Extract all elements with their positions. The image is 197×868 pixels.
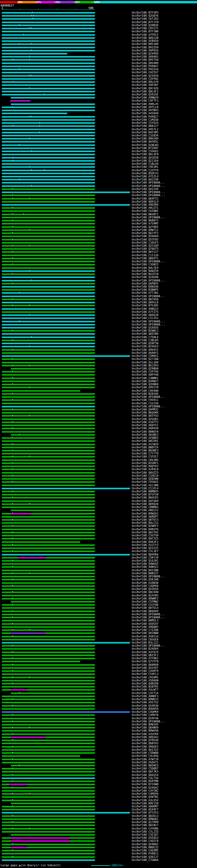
alignment-row[interactable]: UniRef100_P93316 bbox=[0, 68, 197, 71]
alignment-row[interactable]: UniRef100_A7EZL4 bbox=[0, 175, 197, 178]
alignment-row[interactable]: UniRef100_Q5A9F7 bbox=[0, 808, 197, 811]
alignment-row[interactable]: UniRef100_B5DFX3 bbox=[0, 172, 197, 175]
alignment-row[interactable]: UniRef100_B8MB45 bbox=[0, 490, 197, 493]
alignment-row[interactable]: UniRef100_Q24Q42 bbox=[0, 786, 197, 789]
alignment-row[interactable]: UniRef100_B0DE32 bbox=[0, 846, 197, 849]
alignment-row[interactable]: UniRef100_UPI0000... bbox=[0, 405, 197, 408]
alignment-row[interactable]: UniRef100_A8NXZ1 bbox=[0, 565, 197, 568]
alignment-row[interactable]: UniRef100_B8MZL3 bbox=[0, 619, 197, 622]
alignment-row[interactable]: UniRef100_A7WTJ9 bbox=[0, 758, 197, 761]
alignment-row[interactable]: UniRef100_A9NG15 bbox=[0, 307, 197, 310]
alignment-row[interactable]: UniRef100_B6QGM4 bbox=[0, 411, 197, 414]
alignment-row[interactable]: UniRef100_A3FQ74 bbox=[0, 651, 197, 654]
alignment-row[interactable]: UniRef100_B2WDF5 bbox=[0, 524, 197, 527]
alignment-row[interactable]: UniRef100_A6I322 bbox=[0, 748, 197, 751]
alignment-row[interactable]: UniRef100_Q29B60 bbox=[0, 367, 197, 370]
alignment-row[interactable]: UniRef100_A9P1N7 bbox=[0, 84, 197, 87]
alignment-row[interactable]: UniRef100_B6HCD2 bbox=[0, 496, 197, 499]
alignment-row[interactable]: UniRef100_B5RTM8 bbox=[0, 780, 197, 783]
alignment-row[interactable]: UniRef100_C9S911 bbox=[0, 398, 197, 402]
alignment-row[interactable]: UniRef100_B4NZ46 bbox=[0, 285, 197, 288]
alignment-row[interactable]: UniRef100_Q6C5Z5 bbox=[0, 537, 197, 540]
alignment-row[interactable]: UniRef100_C5L2Z5 bbox=[0, 830, 197, 833]
alignment-row[interactable]: UniRef100_Q6505L bbox=[0, 140, 197, 143]
alignment-row[interactable]: UniRef100_Q1L369 bbox=[0, 361, 197, 364]
alignment-row[interactable]: UniRef100_UPI0000... bbox=[0, 613, 197, 616]
alignment-row[interactable]: UniRef100_B8NGF0 bbox=[0, 430, 197, 433]
alignment-row[interactable]: UniRef100_A1D7T2 bbox=[0, 421, 197, 424]
alignment-row[interactable]: UniRef100_Q9V4Y2 bbox=[0, 348, 197, 351]
alignment-row[interactable]: UniRef100_C5GTX9 bbox=[0, 534, 197, 537]
alignment-row[interactable]: UniRef100_Q179P0 bbox=[0, 820, 197, 824]
alignment-row[interactable]: UniRef100_C4NNK2 bbox=[0, 377, 197, 380]
alignment-row[interactable]: UniRef100_B9WV40 bbox=[0, 729, 197, 732]
alignment-row[interactable]: UniRef100_A9LST1 bbox=[0, 206, 197, 209]
alignment-row[interactable]: UniRef100_Q55F85 bbox=[0, 238, 197, 241]
alignment-row[interactable]: UniRef100_C1E856 bbox=[0, 134, 197, 137]
alignment-row[interactable]: UniRef100_A1CFY2 bbox=[0, 544, 197, 547]
alignment-row[interactable]: UniRef100_Q07U13 bbox=[0, 606, 197, 609]
alignment-row[interactable]: UniRef100_Q59F46 bbox=[0, 717, 197, 720]
alignment-row[interactable]: UniRef100_C4V8T9 bbox=[0, 670, 197, 673]
alignment-row[interactable]: UniRef100_B4L5E9 bbox=[0, 266, 197, 270]
alignment-row[interactable]: UniRef100_UPI0000... bbox=[0, 184, 197, 188]
alignment-row[interactable]: UniRef100_Q6UZ25 bbox=[0, 471, 197, 474]
alignment-row[interactable]: UniRef100_UPI0000... bbox=[0, 575, 197, 578]
alignment-row[interactable]: UniRef100_Q16J81 bbox=[0, 559, 197, 562]
alignment-row[interactable]: UniRef100_B9IZG9 bbox=[0, 46, 197, 49]
alignment-row[interactable]: UniRef100_Q9W711 bbox=[0, 228, 197, 231]
alignment-row[interactable]: UniRef100_A9QQ85 bbox=[0, 625, 197, 628]
alignment-row[interactable]: UniRef100_A3GFK9 bbox=[0, 733, 197, 736]
alignment-row[interactable]: UniRef100_C9E3R1 bbox=[0, 165, 197, 168]
alignment-row[interactable]: UniRef100_A1C1N8 bbox=[0, 484, 197, 487]
alignment-row[interactable]: UniRef100_A9TNV3 bbox=[0, 109, 197, 112]
alignment-row[interactable]: UniRef100_B3RW27 bbox=[0, 380, 197, 383]
alignment-row[interactable]: UniRef100_UPI0000... bbox=[0, 720, 197, 723]
alignment-row[interactable]: UniRef100_A5E7G2 bbox=[0, 701, 197, 704]
alignment-row[interactable]: UniRef100_C7ZJQ6 bbox=[0, 628, 197, 631]
alignment-row[interactable]: UniRef100_Q56669 bbox=[0, 235, 197, 238]
alignment-row[interactable]: UniRef100_UPI0000... bbox=[0, 191, 197, 194]
alignment-row[interactable]: UniRef100_A6QY51 bbox=[0, 424, 197, 427]
alignment-row[interactable]: UniRef100_Q2GYD7 bbox=[0, 666, 197, 670]
alignment-row[interactable]: UniRef100_Q21164 bbox=[0, 159, 197, 162]
alignment-row[interactable]: UniRef100_Q16640 bbox=[0, 276, 197, 279]
alignment-row[interactable]: UniRef100_B4HH59 bbox=[0, 707, 197, 710]
alignment-row[interactable]: UniRef100_Q8I5F2 bbox=[0, 654, 197, 657]
alignment-row[interactable]: UniRef100_C8VJN5 bbox=[0, 459, 197, 462]
alignment-row[interactable]: UniRef100_C3GNI5 bbox=[0, 263, 197, 266]
alignment-row[interactable]: UniRef100_C5FEE7 bbox=[0, 455, 197, 458]
alignment-row[interactable]: UniRef100_Q5AR30 bbox=[0, 704, 197, 707]
alignment-row[interactable]: UniRef100_Q4PM32 bbox=[0, 408, 197, 411]
alignment-row[interactable]: UniRef100_Q2G076 bbox=[0, 14, 197, 17]
alignment-row[interactable]: UniRef100_Q4WGA5 bbox=[0, 562, 197, 565]
alignment-row[interactable]: UniRef100_B4W359 bbox=[0, 270, 197, 273]
alignment-row[interactable]: UniRef100_Q70UT5 bbox=[0, 247, 197, 250]
alignment-row[interactable]: UniRef100_A9V1T8 bbox=[0, 386, 197, 389]
alignment-row[interactable]: UniRef100_B2ADV4 bbox=[0, 647, 197, 650]
alignment-row[interactable]: UniRef100_Q864T1 bbox=[0, 257, 197, 260]
alignment-row[interactable]: UniRef100_Q75353 bbox=[0, 811, 197, 814]
alignment-row[interactable]: UniRef100_C5L3E7 bbox=[0, 550, 197, 553]
alignment-row[interactable]: UniRef100_C0NRB3 bbox=[0, 505, 197, 509]
alignment-row[interactable]: UniRef100_UPI0000... bbox=[0, 181, 197, 184]
alignment-row[interactable]: UniRef100_C0Z2G7 bbox=[0, 71, 197, 74]
alignment-row[interactable]: UniRef100_Q96UE5 bbox=[0, 745, 197, 748]
alignment-row[interactable]: UniRef100_Q5B2W8 bbox=[0, 477, 197, 480]
alignment-row[interactable]: UniRef100_A9P926 bbox=[0, 49, 197, 52]
alignment-row[interactable]: UniRef100_B2B7R5 bbox=[0, 685, 197, 688]
alignment-row[interactable]: UniRef100_A9NWJ9 bbox=[0, 96, 197, 99]
alignment-row[interactable]: UniRef100_A6RDP7 bbox=[0, 515, 197, 518]
alignment-row[interactable]: UniRef100_B7SF50 bbox=[0, 493, 197, 496]
alignment-row[interactable]: UniRef100_C1MZG0 bbox=[0, 118, 197, 121]
alignment-row[interactable]: UniRef100_A5K514 bbox=[0, 635, 197, 638]
alignment-row[interactable]: UniRef100_Q5KJ80 bbox=[0, 578, 197, 581]
alignment-row[interactable]: UniRef100_A690Y1 bbox=[0, 351, 197, 354]
alignment-row[interactable]: UniRef100_A9RL45 bbox=[0, 102, 197, 105]
alignment-row[interactable]: UniRef100_Q8T6T3 bbox=[0, 518, 197, 521]
alignment-row[interactable]: UniRef100_A9S7L2 bbox=[0, 128, 197, 131]
alignment-row[interactable]: UniRef100_C6TJD3 bbox=[0, 17, 197, 20]
alignment-row[interactable]: UniRef100_A3LX54 bbox=[0, 799, 197, 802]
alignment-row[interactable]: UniRef100_P38011 bbox=[0, 852, 197, 855]
alignment-row[interactable]: UniRef100_B7Z4W0 bbox=[0, 783, 197, 786]
